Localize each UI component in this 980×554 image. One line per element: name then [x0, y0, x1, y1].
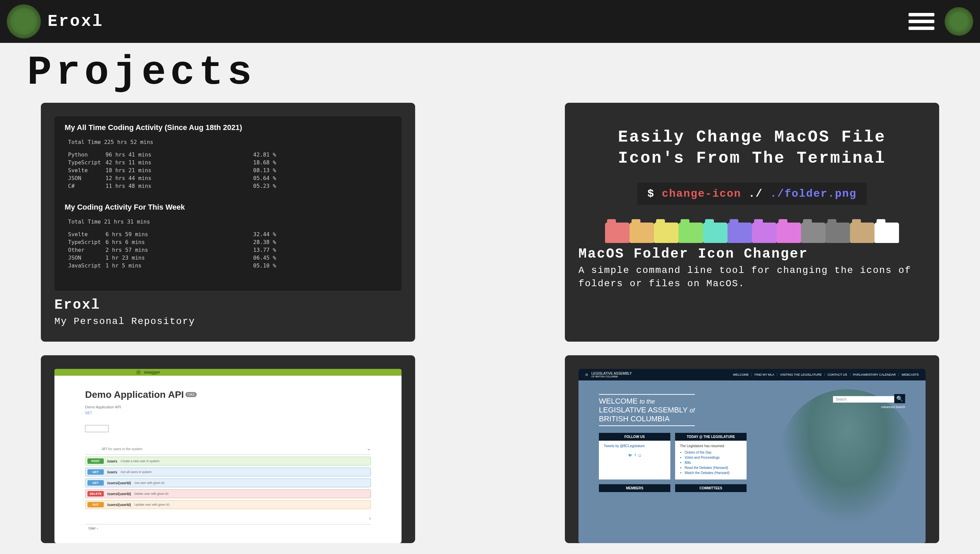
twitter-icon[interactable]: 🐦	[628, 453, 632, 457]
swagger-section-models[interactable]: Models ›	[85, 513, 371, 524]
ca-lang: Other	[68, 247, 105, 253]
bc-nav-link[interactable]: WELCOME	[730, 373, 749, 376]
ca-time: 96 hrs 41 mins	[105, 151, 163, 158]
site-header: Eroxl	[0, 0, 980, 43]
project-card-macos[interactable]: Easily Change MacOS File Icon's From The…	[565, 103, 939, 342]
project-thumbnail: swagger Demo Application API OAS Demo Ap…	[54, 369, 401, 543]
bc-nav-link[interactable]: PARLIAMENTARY CALENDAR	[850, 373, 896, 376]
swagger-link: GET	[85, 411, 371, 415]
bc-nav-link[interactable]: WEBCASTS	[898, 373, 919, 376]
ca-time: 6 hrs 59 mins	[105, 231, 163, 237]
project-card-bc-legislature[interactable]: ⚖ LEGISLATIVE ASSEMBLY OF BRITISH COLUMB…	[565, 355, 939, 543]
facebook-icon[interactable]: f	[635, 453, 636, 457]
swagger-section-users[interactable]: Users API for users in the system ⌄	[85, 443, 371, 455]
ca-heading-week: My Coding Activity For This Week	[65, 203, 391, 212]
chevron-down-icon: ⌄	[366, 445, 371, 452]
swagger-endpoint[interactable]: DELETE/users/{userId}Delete user with gi…	[85, 489, 371, 498]
swagger-method: POST	[88, 458, 104, 464]
bc-today-item[interactable]: Watch the Debates (Hansard)	[685, 471, 742, 475]
swagger-meta: Demo Application API	[85, 405, 371, 409]
ca-row: JavaScript1 hr 5 mins05.10 %	[68, 263, 391, 269]
projects-grid: My All Time Coding Activity (Since Aug 1…	[0, 99, 980, 546]
page-title: Projects	[0, 43, 980, 99]
ca-lang: JSON	[68, 175, 105, 181]
swagger-path: /users	[107, 470, 117, 474]
swagger-desc: Get user with given ID	[134, 481, 165, 485]
ca-row: TypeScript6 hrs 6 mins28.38 %	[68, 239, 391, 245]
hamburger-menu-button[interactable]	[908, 13, 934, 30]
swagger-scheme-dropdown[interactable]: HTTP▾	[85, 425, 108, 432]
ca-lang: Svelte	[68, 231, 105, 237]
project-thumbnail: Easily Change MacOS File Icon's From The…	[579, 116, 926, 247]
swagger-endpoint[interactable]: POST/usersCreate a new user in system	[85, 457, 371, 465]
project-subtitle: A simple command line tool for changing …	[579, 264, 926, 290]
swagger-method: GET	[88, 480, 104, 486]
project-thumbnail: My All Time Coding Activity (Since Aug 1…	[54, 116, 401, 291]
bc-nav: ⚖ LEGISLATIVE ASSEMBLY OF BRITISH COLUMB…	[579, 369, 926, 380]
ca-lang: TypeScript	[68, 159, 105, 166]
chevron-right-icon: ›	[97, 527, 98, 530]
ca-row: C#11 hrs 48 mins05.23 %	[68, 183, 391, 189]
bc-nav-link[interactable]: CONTACT US	[824, 373, 847, 376]
bc-today-col: TODAY @ THE LEGISLATURE The Legislature …	[675, 433, 746, 479]
site-title[interactable]: Eroxl	[48, 12, 103, 30]
search-input[interactable]: Search	[833, 396, 894, 403]
folder-icon	[630, 223, 654, 243]
bc-nav-link[interactable]: VISITING THE LEGISLATURE	[777, 373, 822, 376]
bc-committees-header[interactable]: COMMITTEES	[675, 484, 746, 492]
bc-today-item[interactable]: Read the Debates (Hansard)	[685, 466, 742, 470]
macos-command: $ change-icon ./ ./folder.png	[637, 183, 867, 205]
ca-row: TypeScript42 hrs 11 mins18.68 %	[68, 159, 391, 166]
bc-today-item[interactable]: Votes and Proceedings	[685, 456, 742, 459]
ca-row: Svelte18 hrs 21 mins08.13 %	[68, 167, 391, 174]
ca-total-week: Total Time 21 hrs 31 mins	[68, 218, 391, 225]
ca-lang: Svelte	[68, 167, 105, 174]
folder-icon	[605, 223, 630, 243]
ca-time: 12 hrs 44 mins	[105, 175, 163, 181]
ca-pct: 05.64 %	[253, 175, 284, 181]
swagger-method: GET	[88, 469, 104, 475]
swagger-endpoint[interactable]: GET/usersGet all users in system	[85, 468, 371, 476]
swagger-path: /users/{userId}	[107, 492, 131, 496]
folder-icon	[776, 223, 801, 243]
swagger-endpoint[interactable]: GET/users/{userId}Get user with given ID	[85, 478, 371, 487]
ca-pct: 42.81 %	[253, 151, 284, 158]
swagger-desc: Get all users in system	[121, 470, 151, 474]
project-title: Eroxl	[54, 298, 401, 313]
swagger-method: PUT	[88, 502, 104, 507]
swagger-logo-icon	[136, 370, 141, 375]
ca-pct: 06.45 %	[253, 255, 284, 261]
ca-time: 6 hrs 6 mins	[105, 239, 163, 245]
instagram-icon[interactable]: ◻	[638, 453, 641, 457]
ca-lang: C#	[68, 183, 105, 189]
avatar-icon[interactable]	[945, 7, 973, 36]
ca-time: 2 hrs 57 mins	[105, 247, 163, 253]
swagger-endpoint[interactable]: PUT/users/{userId}Update user with given…	[85, 500, 371, 509]
ca-pct: 05.23 %	[253, 183, 284, 189]
project-card-swagger[interactable]: swagger Demo Application API OAS Demo Ap…	[41, 355, 415, 543]
project-card-eroxl[interactable]: My All Time Coding Activity (Since Aug 1…	[41, 103, 415, 342]
folder-icon	[875, 223, 899, 243]
bc-members-header[interactable]: MEMBERS	[599, 484, 670, 492]
folder-icon	[654, 223, 679, 243]
folder-icon	[801, 223, 826, 243]
folder-icon	[826, 223, 850, 243]
swagger-badge: OAS	[185, 392, 197, 397]
project-thumbnail: ⚖ LEGISLATIVE ASSEMBLY OF BRITISH COLUMB…	[579, 369, 926, 543]
folder-icon	[679, 223, 703, 243]
search-icon[interactable]: 🔍	[894, 394, 905, 403]
ca-pct: 18.68 %	[253, 159, 284, 166]
bc-today-item[interactable]: Orders of the Day	[685, 451, 742, 454]
ca-pct: 32.44 %	[253, 231, 284, 237]
ca-time: 1 hr 5 mins	[105, 263, 163, 269]
bc-follow-col: FOLLOW US Tweets by @BCLegislature 🐦 f ◻	[599, 433, 670, 479]
ca-row: Other2 hrs 57 mins13.77 %	[68, 247, 391, 253]
ca-pct: 08.13 %	[253, 167, 284, 174]
folder-icon	[703, 223, 727, 243]
advanced-search-link[interactable]: Advanced Search	[881, 405, 905, 409]
ca-time: 11 hrs 48 mins	[105, 183, 163, 189]
ca-row: Python96 hrs 41 mins42.81 %	[68, 151, 391, 158]
site-logo-icon[interactable]	[7, 5, 41, 38]
bc-nav-link[interactable]: FIND MY MLA	[751, 373, 774, 376]
bc-today-item[interactable]: Bills	[685, 461, 742, 465]
